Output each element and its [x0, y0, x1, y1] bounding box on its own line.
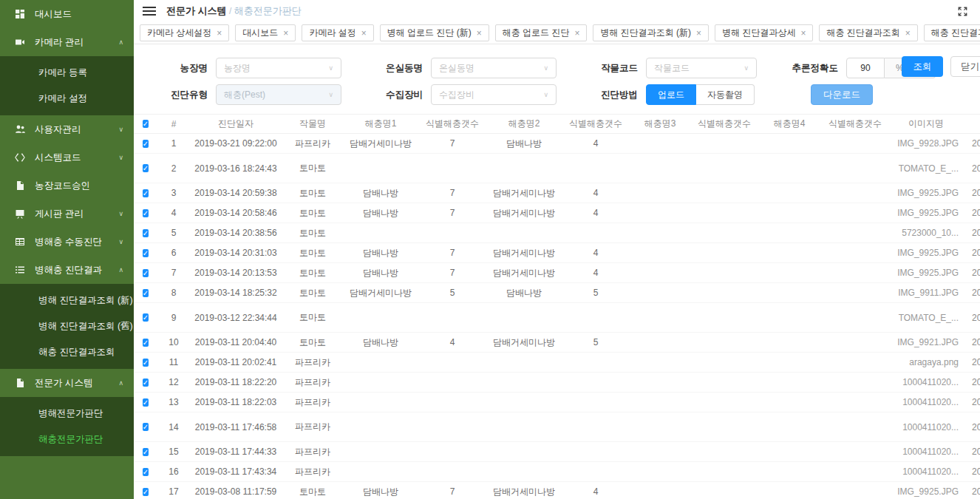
cell-count2: 4	[561, 188, 630, 198]
diagnosis-results-submenu: 병해 진단결과조회 (新) 병해 진단결과조회 (舊) 해충 진단결과조회	[0, 284, 134, 369]
tab[interactable]: 병해 진단결과상세 ×	[715, 24, 813, 41]
chevron-up-icon: ∧	[118, 38, 123, 46]
row-checkbox[interactable]: ✓	[143, 269, 149, 277]
cell-image-name: IMG_9921.JPG	[891, 337, 962, 347]
tab-close-icon[interactable]: ×	[283, 29, 288, 38]
code-icon	[14, 152, 25, 163]
tab[interactable]: 대시보드 ×	[235, 24, 296, 41]
cell-count1: 4	[418, 337, 487, 347]
row-checkbox[interactable]: ✓	[143, 468, 149, 476]
tab[interactable]: 해충 업로드 진단 ×	[495, 24, 588, 41]
sidebar-item-disease-result-old[interactable]: 병해 진단결과조회 (舊)	[0, 313, 134, 339]
crop-code-select[interactable]: 작물코드 ∨	[646, 58, 757, 78]
cell-index: 12	[157, 377, 190, 387]
cell-crop: 토마토	[282, 207, 344, 220]
row-checkbox[interactable]: ✓	[143, 488, 149, 496]
row-checkbox[interactable]: ✓	[143, 398, 149, 407]
sidebar-item-pest-result[interactable]: 해충 진단결과조회	[0, 339, 134, 365]
device-select[interactable]: 수집장비 ∨	[431, 84, 557, 105]
users-icon	[14, 124, 25, 135]
sidebar-item-camera-settings[interactable]: 카메라 설정	[0, 86, 134, 112]
close-button[interactable]: 닫기	[950, 56, 980, 77]
sidebar-item-disease-result-new[interactable]: 병해 진단결과조회 (新)	[0, 288, 134, 313]
tab-close-icon[interactable]: ×	[477, 29, 482, 38]
diag-type-select[interactable]: 해충(Pest) ∨	[216, 84, 341, 105]
cell-diagnosis-date: 2019-03-14 18:25:32	[190, 288, 282, 298]
tab-close-icon[interactable]: ×	[217, 29, 222, 38]
tab-close-icon[interactable]: ×	[905, 29, 911, 38]
tab-close-icon[interactable]: ×	[800, 29, 806, 38]
row-checkbox[interactable]: ✓	[143, 448, 149, 456]
row-checkbox[interactable]: ✓	[143, 313, 149, 322]
cell-pest1: 담배나방	[344, 336, 418, 349]
col-header-pest4: 해충명4	[759, 118, 820, 130]
tab[interactable]: 병해 업로드 진단 (新) ×	[380, 24, 489, 41]
sidebar-item-expert-system[interactable]: 전문가 시스템 ∧	[0, 369, 134, 397]
farm-select[interactable]: 농장명 ∨	[216, 58, 341, 78]
filter-panel: 농장명 농장명 ∨ 온실동명 온실동명 ∨ 작물코드 작물코드 ∨ 추	[134, 44, 980, 114]
sidebar-item-dashboard[interactable]: 대시보드	[0, 0, 134, 28]
row-checkbox[interactable]: ✓	[143, 379, 149, 387]
menu-toggle-icon[interactable]	[143, 7, 156, 16]
crop-code-label: 작물코드	[589, 62, 638, 75]
cell-extra: 2018	[962, 208, 980, 218]
fullscreen-icon[interactable]	[957, 6, 968, 17]
cell-pest2: 담배거세미나방	[487, 336, 561, 349]
cell-index: 16	[157, 466, 190, 477]
row-checkbox[interactable]: ✓	[143, 209, 149, 217]
table-header-row: ✓ # 진단일자 작물명 해충명1 식별해충갯수 해충명2 식별해충갯수 해충명…	[134, 114, 980, 134]
row-checkbox[interactable]: ✓	[143, 359, 149, 367]
download-button[interactable]: 다운로드	[811, 84, 873, 105]
tab-close-icon[interactable]: ×	[696, 29, 701, 38]
sidebar-item-board-manage[interactable]: 게시판 관리 ∨	[0, 200, 134, 228]
row-checkbox[interactable]: ✓	[143, 229, 149, 237]
sidebar-item-camera-register[interactable]: 카메라 등록	[0, 60, 134, 86]
tab-close-icon[interactable]: ×	[361, 29, 367, 38]
sidebar-item-manual-diagnosis[interactable]: 병해충 수동진단 ∨	[0, 228, 134, 256]
sidebar-item-system-code[interactable]: 시스템코드 ∨	[0, 143, 134, 172]
sidebar-item-farm-code-approve[interactable]: 농장코드승인	[0, 172, 134, 200]
greenhouse-select[interactable]: 온실동명 ∨	[431, 58, 557, 78]
tab[interactable]: 카메라 설정 ×	[302, 24, 373, 41]
tab[interactable]: 해충 진단결과상세 ×	[924, 24, 980, 41]
cell-diagnosis-date: 2019-03-11 17:43:34	[190, 466, 282, 477]
tab-label: 병해 진단결과상세	[722, 27, 795, 39]
sidebar-item-disease-expert[interactable]: 병해전문가판단	[0, 401, 134, 427]
cell-image-name: 1000411020...	[891, 466, 962, 477]
cell-index: 7	[157, 268, 190, 278]
table-row: ✓ 10 2019-03-11 20:04:40 토마토 담배나방 4 담배거세…	[134, 333, 980, 353]
table-row: ✓ 12 2019-03-11 18:22:20 파프리카 1000411020…	[134, 373, 980, 393]
table-row: ✓ 2 2019-03-16 18:24:43 토마토 TOMATO_E_...…	[134, 154, 980, 183]
sidebar-item-label: 게시판 관리	[35, 208, 84, 220]
cell-image-name: IMG_9925.JPG	[891, 486, 962, 497]
file-icon	[14, 378, 25, 389]
sidebar-item-label: 병해충 수동진단	[35, 236, 102, 248]
cell-image-name: 1000411020...	[891, 422, 962, 432]
sidebar-item-pest-expert[interactable]: 해충전문가판단	[0, 427, 134, 452]
chevron-up-icon: ∧	[118, 379, 123, 387]
sidebar-item-user-manage[interactable]: 사용자관리 ∨	[0, 115, 134, 143]
select-all-checkbox[interactable]: ✓	[143, 120, 149, 128]
method-upload-button[interactable]: 업로드	[646, 84, 696, 105]
row-checkbox[interactable]: ✓	[143, 140, 149, 148]
sidebar-item-camera-manage[interactable]: 카메라 관리 ∧	[0, 28, 134, 56]
cell-extra: 2019	[962, 397, 980, 407]
row-checkbox[interactable]: ✓	[143, 164, 149, 172]
search-button[interactable]: 조회	[902, 56, 943, 77]
accuracy-input[interactable]	[846, 58, 885, 78]
tab[interactable]: 병해 진단결과조회 (新) ×	[593, 24, 709, 41]
cell-extra: 2019	[962, 422, 980, 432]
tab[interactable]: 해충 진단결과조회 ×	[819, 24, 917, 41]
method-auto-button[interactable]: 자동촬영	[696, 84, 755, 105]
row-checkbox[interactable]: ✓	[143, 423, 149, 431]
row-checkbox[interactable]: ✓	[143, 339, 149, 347]
row-checkbox[interactable]: ✓	[143, 249, 149, 257]
cell-count1: 7	[418, 248, 487, 258]
row-checkbox[interactable]: ✓	[143, 189, 149, 197]
sidebar-item-diagnosis-results[interactable]: 병해충 진단결과 ∧	[0, 256, 134, 284]
tab-close-icon[interactable]: ×	[574, 29, 579, 38]
cell-pest1: 담배나방	[344, 187, 418, 200]
tab[interactable]: 카메라 상세설정 ×	[140, 24, 229, 41]
cell-diagnosis-date: 2019-03-14 20:59:38	[190, 188, 282, 198]
row-checkbox[interactable]: ✓	[143, 289, 149, 297]
